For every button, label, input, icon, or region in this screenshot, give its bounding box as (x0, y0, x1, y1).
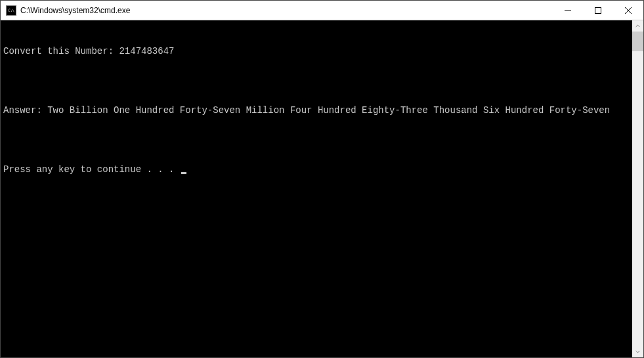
answer-label: Answer: (3, 105, 47, 116)
scroll-down-button[interactable] (632, 346, 643, 357)
maximize-button[interactable] (583, 1, 613, 20)
console-area[interactable]: Convert this Number: 2147483647 Answer: … (1, 20, 632, 357)
minimize-icon (565, 7, 571, 14)
cmd-icon (6, 5, 16, 16)
console-line: Answer: Two Billion One Hundred Forty-Se… (3, 104, 630, 116)
console-line: Press any key to continue . . . (3, 164, 630, 175)
cursor-icon (181, 172, 186, 174)
vertical-scrollbar[interactable] (632, 20, 643, 357)
close-button[interactable] (613, 1, 643, 20)
input-number: 2147483647 (119, 46, 174, 56)
chevron-down-icon (635, 349, 640, 354)
scroll-track[interactable] (632, 32, 643, 346)
scroll-thumb[interactable] (632, 32, 643, 51)
prompt-label: Convert this Number: (3, 46, 119, 56)
scroll-up-button[interactable] (632, 20, 643, 32)
window-controls (553, 1, 643, 20)
close-icon (625, 7, 632, 14)
console-line: Convert this Number: 2147483647 (3, 45, 630, 57)
minimize-button[interactable] (553, 1, 583, 20)
chevron-up-icon (635, 24, 640, 28)
maximize-icon (595, 7, 601, 14)
titlebar[interactable]: C:\Windows\system32\cmd.exe (1, 1, 643, 20)
answer-value: Two Billion One Hundred Forty-Seven Mill… (47, 105, 610, 116)
svg-rect-1 (595, 7, 601, 13)
press-key-prompt: Press any key to continue . . . (3, 164, 180, 175)
content-wrap: Convert this Number: 2147483647 Answer: … (1, 20, 643, 357)
window: C:\Windows\system32\cmd.exe Convert this… (0, 0, 644, 358)
window-title: C:\Windows\system32\cmd.exe (20, 6, 553, 15)
